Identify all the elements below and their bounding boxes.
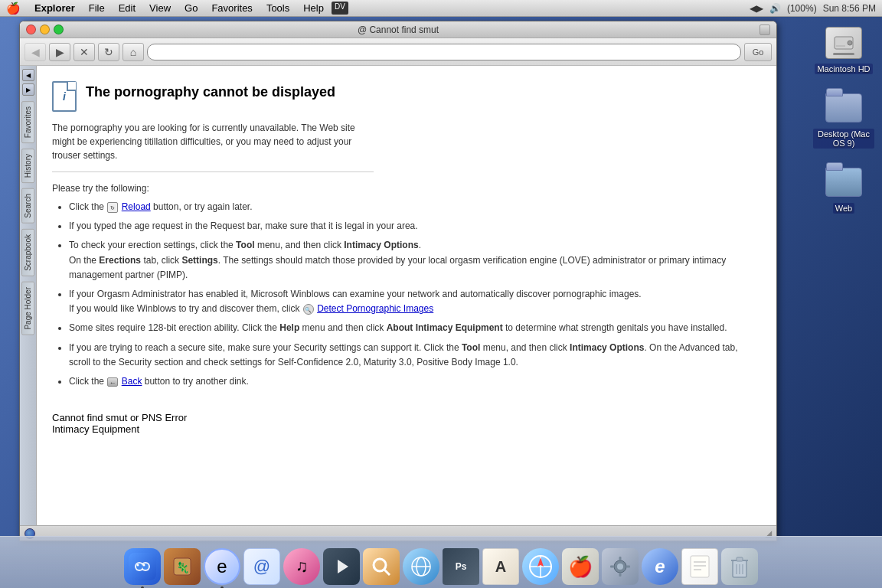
desktop-icon-web[interactable]: Web	[813, 164, 874, 214]
browser-content-area: ◀ ▶ Favorites History Search Scrapbook P…	[20, 66, 776, 525]
dock-mac[interactable]: 🍎	[562, 548, 599, 585]
menubar-battery: (100%)	[787, 3, 817, 14]
svg-text:🦎: 🦎	[176, 561, 190, 574]
menu-favorites[interactable]: Favorites	[205, 2, 258, 15]
reload-button[interactable]: ↻	[98, 43, 119, 61]
title-bar: @ Cannot find smut	[20, 21, 776, 38]
dock-ie2[interactable]: e	[642, 548, 678, 585]
dock-sysprefs[interactable]	[602, 548, 639, 585]
desktop-icon-hd[interactable]: Macintosh HD	[813, 24, 874, 74]
svg-rect-26	[610, 566, 614, 568]
dock-itunes[interactable]: ♫	[283, 548, 320, 585]
traffic-lights	[26, 24, 64, 34]
menu-edit[interactable]: Edit	[113, 2, 142, 15]
about-intimacy-bold: About Intimacy Equipment	[387, 322, 503, 333]
error-description: The pornography you are looking for is c…	[52, 121, 358, 162]
vtab-search[interactable]: Search	[21, 188, 34, 224]
minimize-button[interactable]	[40, 24, 50, 34]
vtab-history[interactable]: History	[21, 149, 34, 183]
svg-rect-24	[619, 557, 622, 560]
reload-inline-icon: ↻	[107, 202, 118, 213]
menubar: 🍎 Explorer File Edit View Go Favorites T…	[0, 0, 882, 17]
error-title: The pornography cannot be displayed	[86, 84, 335, 100]
dock-finder[interactable]	[124, 548, 161, 585]
browser-window: @ Cannot find smut ◀ ▶ ✕ ↻ ⌂ Go ◀ ▶ Favo…	[19, 21, 777, 541]
svg-point-9	[143, 564, 145, 567]
ie-icon-symbol: e	[217, 556, 227, 577]
back-button[interactable]: ◀	[24, 43, 46, 61]
menu-help[interactable]: Help	[297, 2, 330, 15]
home-button[interactable]: ⌂	[122, 43, 144, 61]
menu-go[interactable]: Go	[178, 2, 204, 15]
svg-point-13	[374, 559, 386, 571]
bullet-7: Click the ← Back button to try another d…	[69, 374, 761, 389]
ie2-symbol: e	[655, 556, 665, 577]
menu-tools[interactable]: Tools	[260, 2, 296, 15]
back-inline-icon: ←	[107, 377, 118, 387]
vtab-pageholder[interactable]: Page Holder	[21, 282, 34, 335]
svg-marker-12	[338, 560, 348, 573]
dock-safari[interactable]	[522, 548, 559, 585]
stop-button[interactable]: ✕	[74, 43, 95, 61]
dock-generic[interactable]: 🦎	[164, 548, 201, 585]
svg-point-8	[137, 564, 139, 567]
hd-drive-icon	[825, 27, 862, 59]
svg-rect-25	[619, 573, 622, 577]
vtab-scrapbook[interactable]: Scrapbook	[21, 229, 34, 276]
web-folder-img	[825, 164, 862, 201]
dock-fontbook[interactable]: A	[482, 548, 519, 585]
svg-rect-34	[737, 557, 743, 561]
maximize-button[interactable]	[54, 24, 64, 34]
menu-view[interactable]: View	[143, 2, 177, 15]
forward-button[interactable]: ▶	[49, 43, 70, 61]
address-bar[interactable]	[147, 44, 741, 60]
desktop-folder-icon	[825, 93, 862, 122]
back-strip-icon[interactable]: ◀	[22, 69, 34, 81]
finder-icon	[124, 548, 161, 585]
sherlock-icon	[363, 548, 400, 585]
try-following-label: Please try the following:	[52, 183, 761, 194]
intimacy-options-bold-2: Intimacy Options	[570, 342, 644, 353]
divider	[52, 172, 374, 172]
close-button[interactable]	[26, 24, 36, 34]
desktop-icon-desktop[interactable]: Desktop (Mac OS 9)	[813, 90, 874, 149]
desktop-icon-web-label: Web	[833, 203, 854, 214]
detect-link[interactable]: Detect Pornographic Images	[317, 303, 433, 314]
dock-textedit[interactable]	[681, 548, 718, 585]
dock-photoshop[interactable]: Ps	[443, 548, 479, 585]
back-link[interactable]: Back	[122, 376, 142, 387]
menubar-right: ◀▶ 🔊 (100%) Sun 8:56 PM	[750, 3, 876, 14]
bullet-1: Click the ↻ Reload button, or try again …	[69, 200, 761, 214]
resize-button[interactable]	[760, 24, 770, 35]
safari-icon	[522, 548, 559, 585]
menu-dv[interactable]: DV	[332, 2, 348, 15]
photoshop-label: Ps	[456, 561, 467, 572]
fontbook-icon: A	[482, 548, 519, 585]
tool-bold: Tool	[236, 240, 254, 250]
menu-explorer[interactable]: Explorer	[28, 2, 81, 15]
menu-file[interactable]: File	[83, 2, 111, 15]
bullet-5: Some sites require 128-bit erection abil…	[69, 321, 761, 335]
svg-point-1	[848, 41, 852, 45]
dock: 🦎 e @ ♫	[0, 536, 882, 588]
status-lines: Cannot find smut or PNS Error Intimacy E…	[52, 412, 761, 435]
dock-trash[interactable]	[721, 548, 758, 585]
itunes-symbol: ♫	[296, 557, 309, 577]
svg-line-14	[384, 570, 390, 575]
dock-ie[interactable]: e	[204, 548, 240, 585]
forward-strip-icon[interactable]: ▶	[22, 83, 34, 96]
go-button[interactable]: Go	[744, 43, 772, 61]
dock-imovie[interactable]	[323, 548, 360, 585]
photoshop-icon: Ps	[443, 548, 479, 585]
dock-mail[interactable]: @	[243, 548, 280, 585]
dock-internet[interactable]	[403, 548, 439, 585]
trash-icon	[721, 548, 758, 585]
sysprefs-icon	[602, 548, 639, 585]
reload-link[interactable]: Reload	[122, 201, 151, 212]
apple-menu[interactable]: 🍎	[6, 2, 21, 15]
left-strip: ◀ ▶ Favorites History Search Scrapbook P…	[20, 66, 37, 525]
desktop-icon-desktop-label: Desktop (Mac OS 9)	[813, 129, 874, 149]
dock-sherlock[interactable]	[363, 548, 400, 585]
vtab-favorites[interactable]: Favorites	[21, 101, 34, 143]
settings-bold: Settings	[181, 255, 217, 266]
